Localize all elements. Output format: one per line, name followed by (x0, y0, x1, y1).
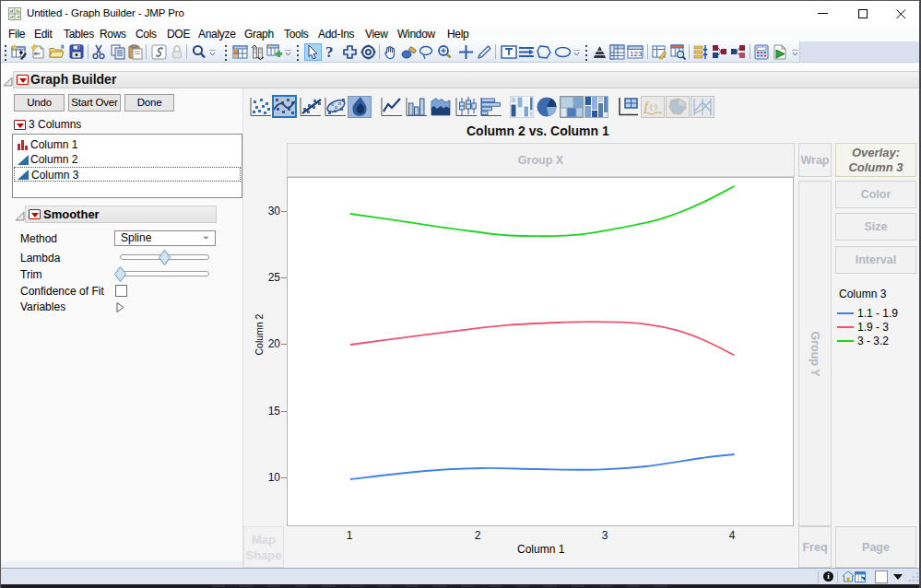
svg-text:(·): (·) (650, 102, 657, 111)
svg-text:123: 123 (630, 50, 643, 58)
